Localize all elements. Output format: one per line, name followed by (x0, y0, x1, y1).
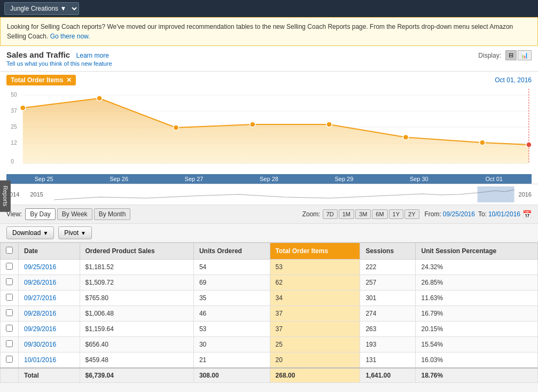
th-sessions[interactable]: Sessions (360, 243, 416, 260)
to-label: To: (478, 210, 487, 218)
select-all-checkbox[interactable] (6, 247, 13, 254)
pivot-btn[interactable]: Pivot ▼ (58, 226, 92, 239)
row-date[interactable]: 09/30/2016 (19, 337, 80, 352)
view-by-day-btn[interactable]: By Day (25, 208, 56, 220)
row-units-ordered: 21 (193, 352, 270, 369)
chart-svg: 50 37 25 12 0 (6, 89, 532, 174)
svg-text:0: 0 (11, 159, 14, 164)
active-metric-badge: Total Order Items ✕ (6, 75, 76, 85)
reports-sidebar-tab[interactable]: Reports (0, 181, 11, 212)
row-units-ordered: 54 (193, 260, 270, 275)
table-body: 09/25/2016 $1,181.52 54 53 222 24.32% 09… (1, 260, 538, 369)
row-checkbox-cell[interactable] (1, 352, 19, 369)
zoom-2y-btn[interactable]: 2Y (404, 209, 419, 219)
row-unit-session-pct: 26.85% (416, 275, 538, 291)
row-date[interactable]: 09/26/2016 (19, 275, 80, 291)
from-value: 09/25/2016 (443, 210, 475, 218)
th-total-order-items[interactable]: Total Order Items (270, 243, 360, 260)
row-sessions: 257 (360, 275, 416, 291)
table-row: 09/29/2016 $1,159.64 53 37 263 20.15% (1, 322, 538, 337)
row-date[interactable]: 09/25/2016 (19, 260, 80, 275)
row-sessions: 193 (360, 337, 416, 352)
row-checkbox[interactable] (6, 325, 13, 332)
svg-rect-20 (478, 186, 514, 202)
svg-point-14 (250, 122, 255, 127)
row-checkbox[interactable] (6, 356, 13, 363)
from-label: From: (425, 210, 441, 218)
zoom-3m-btn[interactable]: 3M (355, 209, 371, 219)
svg-point-15 (326, 122, 332, 127)
row-sessions: 274 (360, 306, 416, 322)
to-value: 10/01/2016 (488, 210, 520, 218)
download-arrow-icon: ▼ (43, 230, 48, 236)
total-order-items: 268.00 (270, 368, 360, 383)
row-total-order-items: 34 (270, 291, 360, 306)
row-date[interactable]: 09/29/2016 (19, 322, 80, 337)
row-checkbox-cell[interactable] (1, 291, 19, 306)
data-table: Date Ordered Product Sales Units Ordered… (0, 242, 538, 383)
row-units-ordered: 69 (193, 275, 270, 291)
row-date[interactable]: 10/01/2016 (19, 352, 80, 369)
xaxis-label-1: Sep 26 (81, 176, 156, 182)
page-header: Sales and Traffic Learn more Tell us wha… (0, 46, 538, 72)
th-units-ordered[interactable]: Units Ordered (193, 243, 270, 260)
row-date[interactable]: 09/27/2016 (19, 291, 80, 306)
zoom-1y-btn[interactable]: 1Y (389, 209, 403, 219)
download-label: Download (12, 229, 41, 237)
row-checkbox-cell[interactable] (1, 337, 19, 352)
active-metric-label: Total Order Items (11, 76, 63, 84)
row-checkbox[interactable] (6, 263, 13, 270)
store-selector[interactable]: Jungle Creations ▼ (4, 2, 79, 15)
close-metric-btn[interactable]: ✕ (66, 76, 72, 84)
zoom-6m-btn[interactable]: 6M (372, 209, 387, 219)
view-by-week-btn[interactable]: By Week (57, 208, 92, 220)
row-checkbox[interactable] (6, 294, 13, 301)
xaxis-label-5: Sep 30 (381, 176, 456, 182)
row-sales: $656.40 (80, 337, 193, 352)
download-btn[interactable]: Download ▼ (6, 226, 54, 239)
total-units: 308.00 (193, 368, 270, 383)
row-unit-session-pct: 15.54% (416, 337, 538, 352)
svg-text:50: 50 (11, 92, 17, 98)
zoom-7d-btn[interactable]: 7D (323, 209, 338, 219)
action-row: Download ▼ Pivot ▼ (0, 224, 538, 242)
th-unit-session-pct[interactable]: Unit Session Percentage (416, 243, 538, 260)
row-checkbox-cell[interactable] (1, 260, 19, 275)
banner-link[interactable]: Go there now. (50, 33, 90, 40)
row-sessions: 301 (360, 291, 416, 306)
row-checkbox[interactable] (6, 340, 13, 347)
controls-row: View: By Day By Week By Month Zoom: 7D 1… (0, 205, 538, 224)
th-ordered-product-sales[interactable]: Ordered Product Sales (80, 243, 193, 260)
svg-text:25: 25 (11, 124, 17, 130)
row-sessions: 222 (360, 260, 416, 275)
zoom-1m-btn[interactable]: 1M (339, 209, 354, 219)
table-row: 09/25/2016 $1,181.52 54 53 222 24.32% (1, 260, 538, 275)
th-checkbox[interactable] (1, 243, 19, 260)
row-date[interactable]: 09/28/2016 (19, 306, 80, 322)
display-chart-btn[interactable]: 📊 (518, 50, 532, 60)
row-checkbox[interactable] (6, 278, 13, 285)
view-section: View: By Day By Week By Month (6, 208, 132, 220)
learn-more-link[interactable]: Learn more (76, 52, 109, 59)
svg-point-17 (480, 140, 485, 145)
calendar-icon[interactable]: 📅 (523, 210, 532, 218)
sidebar-tab-label: Reports (2, 186, 9, 207)
row-checkbox[interactable] (6, 309, 13, 316)
th-date[interactable]: Date (19, 243, 80, 260)
row-total-order-items: 25 (270, 337, 360, 352)
mini-year-2015: 2015 (30, 191, 43, 198)
row-checkbox-cell[interactable] (1, 306, 19, 322)
row-checkbox-cell[interactable] (1, 322, 19, 337)
row-sales: $1,509.72 (80, 275, 193, 291)
svg-point-16 (403, 135, 408, 140)
view-by-month-btn[interactable]: By Month (94, 208, 131, 220)
title-block: Sales and Traffic Learn more Tell us wha… (6, 50, 112, 67)
display-table-btn[interactable]: ⊟ (505, 50, 517, 60)
row-sessions: 263 (360, 322, 416, 337)
chart-area: 50 37 25 12 0 (6, 89, 532, 174)
xaxis-label-2: Sep 27 (157, 176, 231, 182)
row-checkbox-cell[interactable] (1, 275, 19, 291)
row-units-ordered: 53 (193, 322, 270, 337)
feedback-link[interactable]: Tell us what you think of this new featu… (6, 60, 112, 67)
total-checkbox-cell (1, 368, 19, 383)
